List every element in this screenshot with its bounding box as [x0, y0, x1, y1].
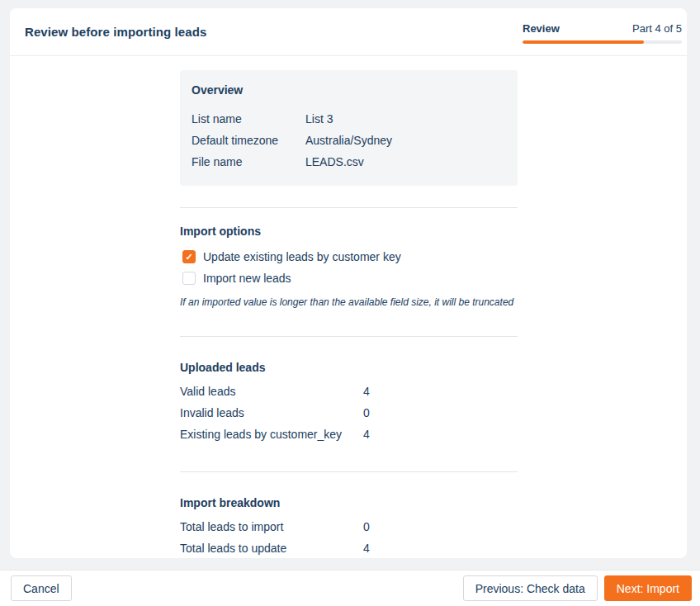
checkbox-row-update-existing-leads[interactable]: ✓ Update existing leads by customer key — [180, 246, 518, 267]
row-value: List 3 — [305, 112, 333, 125]
checkbox-label: Import new leads — [203, 272, 291, 285]
next-import-button[interactable]: Next: Import — [604, 575, 692, 601]
checkbox-row-import-new-leads[interactable]: ✓ Import new leads — [180, 267, 518, 289]
overview-row-list-name: List name List 3 — [192, 108, 506, 130]
breakdown-row-to-import: Total leads to import 0 — [180, 516, 518, 537]
wizard-footer: Cancel Previous: Check data Next: Import — [0, 570, 700, 606]
row-value: 4 — [363, 385, 370, 398]
check-icon: ✓ — [185, 253, 192, 262]
row-label: Total leads to import — [180, 520, 363, 533]
checkbox-label: Update existing leads by customer key — [203, 250, 401, 263]
overview-row-file-name: File name LEADS.csv — [192, 151, 506, 173]
tab-review[interactable]: Review — [523, 22, 560, 35]
import-new-leads-checkbox[interactable]: ✓ — [182, 272, 196, 285]
overview-section: Overview List name List 3 Default timezo… — [180, 70, 518, 186]
row-label: Invalid leads — [180, 406, 363, 419]
section-divider — [180, 336, 518, 337]
step-counter: Part 4 of 5 — [632, 22, 682, 35]
row-label: Valid leads — [180, 385, 363, 398]
uploaded-row-invalid: Invalid leads 0 — [180, 402, 518, 424]
breakdown-row-to-update: Total leads to update 4 — [180, 537, 518, 559]
truncation-note: If an imported value is longer than the … — [180, 296, 518, 308]
overview-heading: Overview — [192, 83, 506, 97]
cancel-button[interactable]: Cancel — [11, 575, 72, 601]
section-divider — [180, 207, 518, 208]
row-value: LEADS.csv — [305, 155, 364, 168]
progress-bar-track — [523, 40, 682, 44]
import-options-heading: Import options — [180, 225, 518, 239]
row-value: 0 — [363, 520, 370, 533]
uploaded-leads-heading: Uploaded leads — [180, 361, 518, 375]
row-value: Australia/Sydney — [305, 134, 392, 147]
row-value: 0 — [363, 406, 370, 419]
import-breakdown-heading: Import breakdown — [180, 496, 518, 510]
row-label: List name — [192, 112, 305, 125]
uploaded-row-existing: Existing leads by customer_key 4 — [180, 424, 518, 445]
row-value: 4 — [363, 428, 370, 441]
row-label: Default timezone — [192, 134, 305, 147]
overview-row-timezone: Default timezone Australia/Sydney — [192, 130, 506, 151]
progress-bar-fill — [523, 40, 644, 44]
update-existing-leads-checkbox[interactable]: ✓ — [182, 250, 196, 263]
uploaded-row-valid: Valid leads 4 — [180, 381, 518, 402]
previous-step-button[interactable]: Previous: Check data — [463, 575, 598, 601]
page-title: Review before importing leads — [25, 25, 206, 39]
row-label: Existing leads by customer_key — [180, 428, 363, 441]
row-label: Total leads to update — [180, 542, 363, 555]
section-divider — [180, 471, 518, 472]
row-value: 4 — [363, 542, 370, 555]
panel-content: Overview List name List 3 Default timezo… — [10, 56, 687, 559]
wizard-step-indicator: Review Part 4 of 5 — [523, 22, 682, 44]
panel-header: Review before importing leads Review Par… — [10, 8, 687, 56]
row-label: File name — [192, 155, 305, 168]
import-review-panel: Review before importing leads Review Par… — [10, 8, 687, 558]
